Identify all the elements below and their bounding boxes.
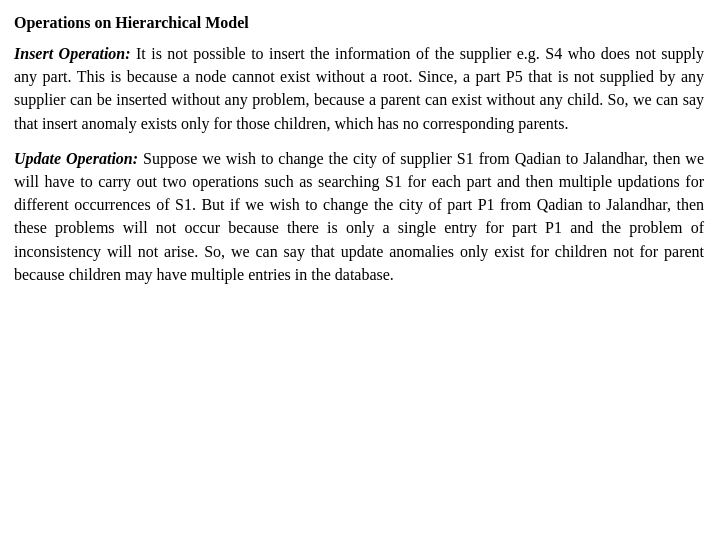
insert-section: Insert Operation: It is not possible to … <box>14 42 704 135</box>
page-title: Operations on Hierarchical Model <box>14 14 704 32</box>
insert-label: Insert Operation: <box>14 45 131 62</box>
update-label: Update Operation: <box>14 150 138 167</box>
update-section: Update Operation: Suppose we wish to cha… <box>14 147 704 286</box>
update-body: Suppose we wish to change the city of su… <box>14 150 704 283</box>
